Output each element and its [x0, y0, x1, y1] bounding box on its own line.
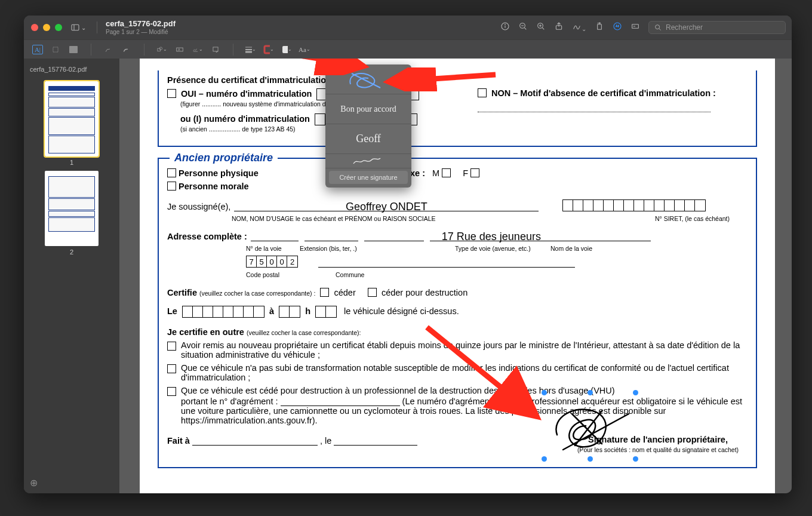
soussigne-label: Je soussigné(e), — [167, 202, 230, 211]
sidebar-filename: cerfa_15776-02.pdf — [24, 62, 119, 76]
svg-rect-13 — [598, 24, 602, 30]
pdf-page: Présence du certificat d'immatriculation… — [140, 59, 775, 493]
signature-popover: Bon pour accord Geoff Créer une signatur… — [325, 64, 411, 188]
resize-handle-sw[interactable] — [542, 456, 547, 462]
sidebar-toggle-button[interactable]: ⌄ — [70, 23, 86, 32]
form-button[interactable] — [630, 22, 640, 33]
share-button[interactable] — [554, 22, 564, 33]
thumbnail-page-1[interactable] — [45, 81, 99, 156]
oui-checkbox[interactable] — [167, 89, 176, 98]
markup-button[interactable]: ⌄ — [572, 22, 586, 33]
textbox-tool-icon[interactable]: A — [174, 45, 185, 54]
signature-option-2[interactable]: Bon pour accord — [325, 94, 411, 124]
addr-label: Adresse complète : — [167, 232, 247, 241]
svg-rect-20 — [69, 46, 78, 53]
rotate-button[interactable] — [595, 22, 604, 33]
page-number-2: 2 — [24, 248, 119, 256]
shapes-tool-icon[interactable]: ⌄ — [156, 45, 167, 54]
note-tool-icon[interactable] — [210, 45, 221, 54]
sexe-m-checkbox[interactable] — [442, 168, 451, 177]
ceder-dest-checkbox[interactable] — [368, 288, 377, 297]
svg-rect-21 — [158, 48, 161, 51]
zoom-out-button[interactable] — [518, 22, 528, 33]
commune-field[interactable] — [318, 257, 575, 268]
search-placeholder: Rechercher — [666, 23, 703, 32]
selection-tool-icon[interactable] — [50, 45, 61, 54]
resize-handle-n[interactable] — [588, 390, 593, 395]
create-signature-button[interactable]: Créer une signature — [329, 171, 408, 184]
addr-type[interactable] — [364, 231, 424, 241]
signature-option-3[interactable]: Geoff — [325, 124, 411, 154]
name-field[interactable]: Geoffrey ONDET — [234, 201, 539, 211]
fait-a-field[interactable] — [192, 435, 318, 446]
app-window: ⌄ cerfa_15776-02.pdf Page 1 sur 2 — Modi… — [24, 16, 792, 493]
resize-handle-nw[interactable] — [542, 390, 547, 395]
document-canvas[interactable]: Présence du certificat d'immatriculation… — [119, 59, 792, 493]
svg-line-9 — [542, 27, 544, 29]
min-cells[interactable] — [315, 306, 337, 318]
resize-handle-ne[interactable] — [633, 390, 638, 395]
redact-tool-icon[interactable] — [68, 45, 79, 54]
resize-handle-se[interactable] — [633, 456, 638, 462]
addr-street[interactable]: 17 Rue des jeuneurs — [430, 231, 651, 241]
annotate-toggle-button[interactable] — [613, 22, 622, 33]
placed-signature[interactable] — [545, 393, 635, 459]
cp-cells[interactable]: 75002 — [246, 256, 298, 268]
addr-num[interactable] — [251, 231, 299, 241]
zoom-in-button[interactable] — [536, 22, 546, 33]
zoom-window-icon[interactable] — [55, 24, 62, 31]
presence-label: Présence du certificat d'immatriculation… — [167, 75, 337, 85]
minimize-window-icon[interactable] — [43, 24, 50, 31]
signature-option-1[interactable] — [325, 64, 411, 94]
oui-label: OUI – numéro d'immatriculation — [181, 89, 312, 99]
stroke-color-icon[interactable]: ⌄ — [263, 45, 274, 54]
thumbnails-sidebar: cerfa_15776-02.pdf 1 2 ⊕ — [24, 59, 119, 493]
sexe-f-checkbox[interactable] — [470, 168, 479, 177]
non-checkbox[interactable] — [478, 88, 487, 97]
svg-rect-30 — [264, 46, 270, 53]
opt1-checkbox[interactable] — [167, 342, 176, 351]
svg-line-18 — [659, 29, 661, 30]
opt3-checkbox[interactable] — [167, 387, 176, 396]
non-label: NON – Motif d'absence de certificat d'im… — [491, 88, 716, 98]
hour-cells[interactable] — [279, 306, 300, 318]
signature-option-4[interactable] — [325, 154, 411, 168]
sketch-tool-icon[interactable] — [103, 45, 114, 54]
fait-le-field[interactable] — [334, 435, 417, 446]
document-title: cerfa_15776-02.pdf — [106, 20, 176, 28]
text-tool-icon[interactable]: A| — [32, 45, 43, 54]
morale-checkbox[interactable] — [167, 182, 176, 191]
fill-color-icon[interactable]: ⌄ — [281, 45, 292, 54]
oui-hint: (figurer ........... nouveau système d'i… — [180, 100, 460, 108]
sign-tool-icon[interactable]: ⌄ — [192, 45, 203, 54]
section-title: Ancien propriétaire — [170, 152, 278, 164]
non-motif-field[interactable] — [478, 103, 710, 112]
svg-line-6 — [524, 27, 526, 29]
window-controls — [31, 24, 62, 31]
name-value: Geoffrey ONDET — [234, 201, 539, 213]
date-cells[interactable] — [182, 306, 264, 318]
close-window-icon[interactable] — [31, 24, 38, 31]
annotation-toolbar: A| ⌄ A ⌄ ⌄ ⌄ ⌄ Aa⌄ — [24, 39, 792, 59]
physique-checkbox[interactable] — [167, 168, 176, 177]
ceder-checkbox[interactable] — [320, 288, 329, 297]
addr-value: 17 Rue des jeuneurs — [430, 231, 541, 242]
text-style-icon[interactable]: Aa⌄ — [299, 45, 310, 54]
svg-point-4 — [505, 24, 506, 24]
svg-rect-19 — [53, 47, 58, 51]
addr-ext[interactable] — [304, 231, 358, 241]
line-style-icon[interactable]: ⌄ — [245, 45, 256, 54]
opt2-checkbox[interactable] — [167, 364, 176, 373]
resize-handle-s[interactable] — [588, 456, 593, 462]
search-icon — [654, 23, 662, 32]
siret-cells[interactable] — [562, 199, 706, 211]
ou-hint: (si ancien .................. de type 12… — [180, 125, 460, 133]
document-subtitle: Page 1 sur 2 — Modifié — [106, 29, 176, 35]
page-number-1: 1 — [24, 159, 119, 166]
info-button[interactable] — [500, 22, 510, 33]
add-page-button[interactable]: ⊕ — [30, 477, 38, 489]
draw-tool-icon[interactable] — [121, 45, 132, 54]
thumbnail-page-2[interactable] — [45, 171, 99, 246]
search-input[interactable]: Rechercher — [648, 21, 786, 34]
agrement-field[interactable] — [281, 395, 400, 406]
